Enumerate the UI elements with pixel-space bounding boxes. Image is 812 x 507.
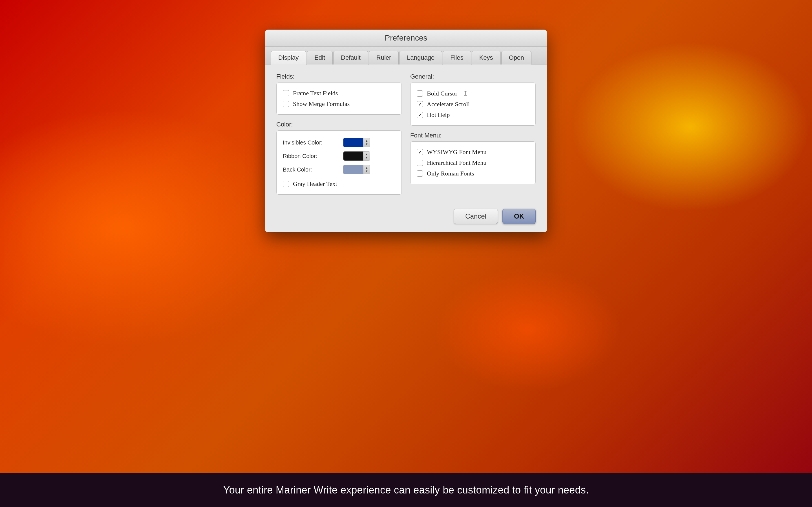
- fields-section: Fields: Frame Text Fields Show Merge For…: [276, 73, 402, 115]
- back-color-arrows: ▲ ▼: [363, 165, 370, 174]
- general-section: General: Bold Cursor 𝙸 Accelerate Scroll…: [410, 73, 536, 126]
- invisibles-color-row: Invisibles Color: ▲ ▼: [283, 136, 395, 149]
- hot-help-label: Hot Help: [427, 111, 450, 119]
- arrow-up-icon: ▲: [365, 153, 368, 156]
- invisibles-color-swatch: [343, 138, 363, 147]
- bold-cursor-row: Bold Cursor 𝙸: [417, 88, 529, 99]
- wysiwyg-font-menu-row: WYSIWYG Font Menu: [417, 147, 529, 158]
- back-color-picker[interactable]: ▲ ▼: [343, 165, 370, 174]
- ribbon-color-row: Ribbon Color: ▲ ▼: [283, 149, 395, 163]
- tab-edit[interactable]: Edit: [307, 51, 333, 64]
- content-area: Fields: Frame Text Fields Show Merge For…: [265, 64, 547, 203]
- ok-button[interactable]: OK: [502, 209, 536, 224]
- arrow-down-icon: ▼: [365, 156, 368, 159]
- ribbon-color-picker[interactable]: ▲ ▼: [343, 151, 370, 161]
- show-merge-formulas-row: Show Merge Formulas: [283, 99, 395, 109]
- frame-text-fields-label: Frame Text Fields: [293, 90, 338, 97]
- hot-help-row: Hot Help: [417, 110, 529, 120]
- hierarchical-font-menu-label: Hierarchical Font Menu: [427, 159, 486, 166]
- title-bar: Preferences: [265, 30, 547, 47]
- dialog-title: Preferences: [385, 34, 427, 42]
- gray-header-text-row: Gray Header Text: [283, 179, 395, 189]
- invisibles-color-arrows: ▲ ▼: [363, 138, 370, 147]
- color-label: Color:: [276, 121, 402, 128]
- ribbon-color-label: Ribbon Color:: [283, 153, 339, 159]
- bold-cursor-checkbox[interactable]: [417, 91, 423, 97]
- invisibles-color-label: Invisibles Color:: [283, 139, 339, 146]
- tab-default[interactable]: Default: [333, 51, 368, 64]
- bottom-bar-text: Your entire Mariner Write experience can…: [223, 484, 589, 496]
- show-merge-formulas-label: Show Merge Formulas: [293, 100, 350, 108]
- font-menu-label: Font Menu:: [410, 132, 536, 139]
- preferences-dialog: Preferences Display Edit Default Ruler L…: [265, 30, 547, 232]
- back-color-label: Back Color:: [283, 166, 339, 173]
- color-box: Invisibles Color: ▲ ▼ Ribbon Color:: [276, 130, 402, 194]
- font-menu-box: WYSIWYG Font Menu Hierarchical Font Menu…: [410, 142, 536, 184]
- accelerate-scroll-label: Accelerate Scroll: [427, 101, 470, 108]
- fields-box: Frame Text Fields Show Merge Formulas: [276, 82, 402, 115]
- frame-text-fields-row: Frame Text Fields: [283, 88, 395, 99]
- gray-header-text-checkbox[interactable]: [283, 181, 289, 187]
- tab-language[interactable]: Language: [399, 51, 442, 64]
- only-roman-fonts-label: Only Roman Fonts: [427, 170, 474, 177]
- back-color-row: Back Color: ▲ ▼: [283, 163, 395, 176]
- accelerate-scroll-checkbox[interactable]: [417, 101, 423, 107]
- bottom-bar: Your entire Mariner Write experience can…: [0, 473, 812, 507]
- cancel-button[interactable]: Cancel: [454, 209, 498, 224]
- show-merge-formulas-checkbox[interactable]: [283, 101, 289, 107]
- only-roman-fonts-checkbox[interactable]: [417, 170, 423, 177]
- general-label: General:: [410, 73, 536, 80]
- accelerate-scroll-row: Accelerate Scroll: [417, 99, 529, 110]
- fields-label: Fields:: [276, 73, 402, 80]
- only-roman-fonts-row: Only Roman Fonts: [417, 168, 529, 179]
- arrow-down-icon: ▼: [365, 143, 368, 146]
- hierarchical-font-menu-row: Hierarchical Font Menu: [417, 158, 529, 168]
- gray-header-text-label: Gray Header Text: [293, 180, 337, 187]
- tab-open[interactable]: Open: [501, 51, 532, 64]
- color-section: Color: Invisibles Color: ▲ ▼: [276, 121, 402, 194]
- tab-files[interactable]: Files: [443, 51, 471, 64]
- tab-bar: Display Edit Default Ruler Language File…: [265, 47, 547, 64]
- tab-display[interactable]: Display: [271, 51, 306, 64]
- left-column: Fields: Frame Text Fields Show Merge For…: [276, 73, 402, 194]
- button-row: Cancel OK: [265, 203, 547, 232]
- frame-text-fields-checkbox[interactable]: [283, 90, 289, 96]
- general-box: Bold Cursor 𝙸 Accelerate Scroll Hot Help: [410, 82, 536, 126]
- font-menu-section: Font Menu: WYSIWYG Font Menu Hierarchica…: [410, 132, 536, 184]
- arrow-up-icon: ▲: [365, 166, 368, 169]
- right-column: General: Bold Cursor 𝙸 Accelerate Scroll…: [410, 73, 536, 194]
- bold-cursor-label: Bold Cursor: [427, 90, 457, 97]
- tab-keys[interactable]: Keys: [472, 51, 501, 64]
- hot-help-checkbox[interactable]: [417, 112, 423, 118]
- ribbon-color-swatch: [343, 151, 363, 161]
- arrow-up-icon: ▲: [365, 139, 368, 142]
- invisibles-color-picker[interactable]: ▲ ▼: [343, 138, 370, 147]
- i-cursor-icon: 𝙸: [463, 90, 468, 97]
- tab-ruler[interactable]: Ruler: [369, 51, 399, 64]
- wysiwyg-font-menu-label: WYSIWYG Font Menu: [427, 149, 486, 156]
- wysiwyg-font-menu-checkbox[interactable]: [417, 149, 423, 155]
- ribbon-color-arrows: ▲ ▼: [363, 151, 370, 161]
- arrow-down-icon: ▼: [365, 170, 368, 173]
- back-color-swatch: [343, 165, 363, 174]
- hierarchical-font-menu-checkbox[interactable]: [417, 160, 423, 166]
